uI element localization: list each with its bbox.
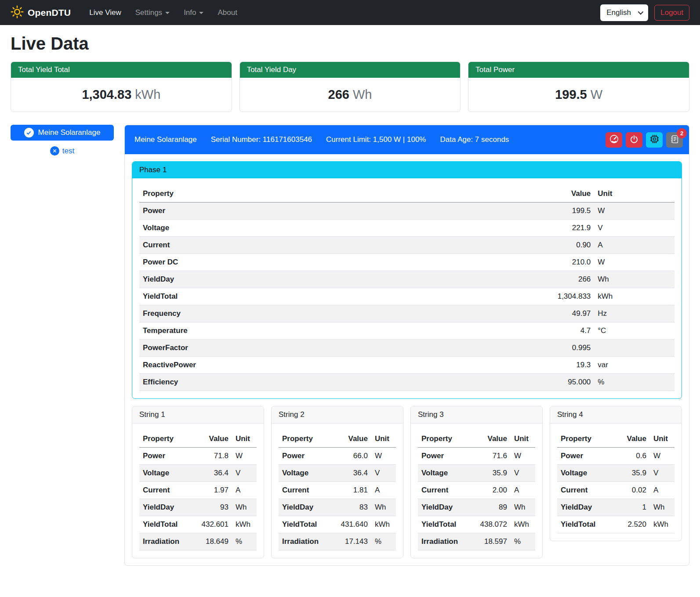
unit-cell: V [594, 220, 675, 237]
unit-cell: Wh [232, 499, 257, 516]
string-4-card: String 4 Property Value Unit [550, 406, 682, 541]
nav-item-about[interactable]: About [211, 5, 243, 21]
value-cell: 199.5 [525, 203, 594, 220]
column-property: Property [139, 185, 525, 203]
unit-cell: W [232, 448, 257, 465]
table-row: Power0.6W [557, 448, 675, 465]
card-header: Total Yield Day [240, 62, 461, 78]
table-row: YieldTotal438.072kWh [418, 516, 535, 533]
property-cell: Voltage [418, 465, 466, 482]
table-row: YieldDay266Wh [139, 271, 675, 288]
column-unit: Unit [371, 431, 396, 448]
table-row: Current1.81A [279, 482, 396, 499]
sidebar-item-test[interactable]: test [11, 146, 114, 156]
limit-settings-button[interactable] [606, 132, 622, 148]
value-cell: 432.601 [187, 516, 232, 533]
unit-cell: var [594, 357, 675, 374]
nav-item-info[interactable]: Info [178, 5, 210, 21]
unit-cell: kWh [511, 516, 535, 533]
table-row: Current0.90A [139, 237, 675, 254]
property-cell: Irradiation [279, 533, 326, 550]
column-unit: Unit [594, 185, 675, 203]
value-unit: W [591, 87, 602, 101]
property-cell: Voltage [139, 220, 525, 237]
check-circle-icon [24, 128, 34, 137]
card-value: 199.5W [468, 78, 689, 112]
logout-button[interactable]: Logout [654, 5, 689, 21]
page-title: Live Data [11, 34, 689, 54]
phase-1-panel: Phase 1 Property Value Unit Power199.5WV… [132, 161, 682, 399]
language-select[interactable]: English [600, 4, 648, 21]
unit-cell: V [650, 465, 675, 482]
strings-row: String 1 Property Value Unit [132, 406, 682, 558]
table-row: YieldTotal431.640kWh [279, 516, 396, 533]
property-cell: YieldDay [139, 499, 187, 516]
card-header: Total Power [468, 62, 689, 78]
language-value: English [606, 8, 631, 17]
nav-item-live-view[interactable]: Live View [83, 5, 127, 21]
value-cell: 95.000 [525, 374, 594, 391]
inverter-card-body: Phase 1 Property Value Unit Power199.5WV… [125, 154, 689, 565]
value-cell: 71.6 [466, 448, 510, 465]
unit-cell: % [511, 533, 535, 550]
table-row: Power71.8W [139, 448, 257, 465]
device-info-button[interactable] [646, 132, 663, 148]
card-value: 1,304.83kWh [11, 78, 232, 112]
property-cell: Current [418, 482, 466, 499]
unit-cell: W [650, 448, 675, 465]
unit-cell: kWh [650, 516, 675, 533]
string-card-header: String 3 [411, 406, 542, 423]
selected-inverter-button[interactable]: Meine Solaranlage [11, 125, 114, 141]
value-cell: 2.520 [605, 516, 649, 533]
unit-cell: kWh [232, 516, 257, 533]
column-property: Property [557, 431, 605, 448]
value-cell: 19.3 [525, 357, 594, 374]
unit-cell: % [594, 374, 675, 391]
table-row: Temperature4.7°C [139, 322, 675, 340]
string-4-table: Property Value Unit Power0.6WVoltage35.9… [557, 431, 675, 533]
table-row: PowerFactor0.995 [139, 340, 675, 357]
unit-cell: A [594, 237, 675, 254]
brand[interactable]: OpenDTU [11, 5, 71, 20]
unit-cell: A [232, 482, 257, 499]
value-unit: kWh [135, 87, 160, 101]
property-cell: YieldTotal [418, 516, 466, 533]
value-cell: 0.995 [525, 340, 594, 357]
table-row: Voltage36.4V [279, 465, 396, 482]
property-cell: Current [279, 482, 326, 499]
total-power-card: Total Power 199.5W [468, 62, 689, 112]
property-cell: Voltage [279, 465, 326, 482]
value-cell: 66.0 [326, 448, 371, 465]
value-cell: 35.9 [605, 465, 649, 482]
chevron-down-icon [199, 12, 203, 14]
table-row: YieldDay89Wh [418, 499, 535, 516]
property-cell: Current [139, 237, 525, 254]
table-header-row: Property Value Unit [139, 431, 257, 448]
sun-logo-icon [11, 5, 24, 20]
unit-cell: Wh [371, 499, 396, 516]
table-row: YieldDay1Wh [557, 499, 675, 516]
property-cell: Power [139, 203, 525, 220]
column-value: Value [187, 431, 232, 448]
table-row: Frequency49.97Hz [139, 305, 675, 322]
property-cell: Irradiation [139, 533, 187, 550]
column-unit: Unit [511, 431, 535, 448]
string-2-card: String 2 Property Value Unit [271, 406, 403, 558]
chevron-down-icon [165, 12, 170, 14]
string-card-body: Property Value Unit Power66.0WVoltage36.… [272, 423, 403, 550]
value-cell: 2.00 [466, 482, 510, 499]
table-row: Voltage221.9V [139, 220, 675, 237]
unit-cell: A [650, 482, 675, 499]
unit-cell: % [371, 533, 396, 550]
navbar-right: English Logout [600, 4, 689, 21]
table-row: Efficiency95.000% [139, 374, 675, 391]
value-cell: 36.4 [187, 465, 232, 482]
card-value: 266Wh [240, 78, 461, 112]
power-settings-button[interactable] [626, 132, 642, 148]
unit-cell: V [371, 465, 396, 482]
property-cell: PowerFactor [139, 340, 525, 357]
column-value: Value [525, 185, 594, 203]
event-log-button[interactable]: 2 [666, 132, 683, 148]
property-cell: Power [279, 448, 326, 465]
nav-item-settings[interactable]: Settings [129, 5, 176, 21]
